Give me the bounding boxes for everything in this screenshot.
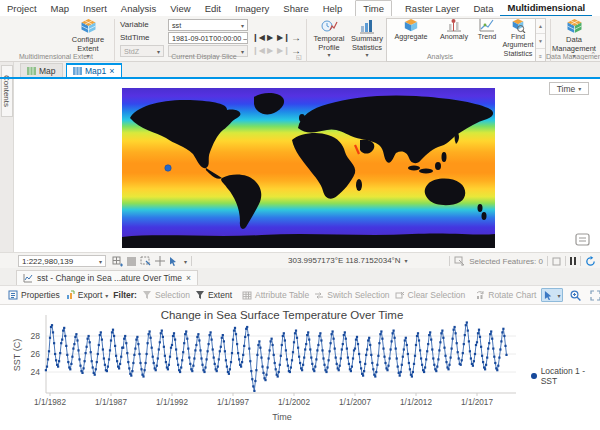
play-button[interactable]: ▶ [267,33,273,42]
map-icon [27,67,36,75]
find-argument-statistics-icon [510,18,526,33]
full-extent-button[interactable] [588,289,600,302]
data-management-cube-icon [565,18,584,35]
next-arrow-icon[interactable]: → [291,32,301,43]
selection-rectangle-icon[interactable] [140,256,151,266]
stdtime-label: StdTime [120,33,150,42]
funnel-icon [195,290,205,300]
trend-icon [479,18,495,33]
temporal-profile-button[interactable]: Temporal Profile ▾ [309,18,349,59]
find-argument-statistics-button[interactable]: Find Argument Statistics [500,18,536,58]
variable-combobox[interactable]: sst▾ [168,19,248,31]
scale-combobox[interactable]: 1:222,980,139▾ [18,255,106,267]
map-overlay-icon[interactable] [575,233,590,246]
tab-edit[interactable]: Edit [198,1,228,16]
chevron-down-icon: ▾ [327,52,330,59]
tab-raster-layer[interactable]: Raster Layer [398,1,466,16]
variable-label: Variable [120,20,149,29]
chart-tab[interactable]: sst - Change in Sea ...ature Over Time × [16,270,198,285]
crosshair-icon[interactable] [155,256,165,266]
step-forward-button[interactable]: ▶❙ [277,33,290,42]
full-extent-icon [590,290,600,301]
filter-extent-button[interactable]: Extent [195,290,232,300]
sst-raster-map[interactable] [122,88,495,248]
anomaly-button[interactable]: Anomaly [434,18,474,41]
select-features-icon [454,256,465,266]
map-status-bar: 1:222,980,139▾ ▾ 303.9957173°E 118.71520… [0,252,600,268]
tab-multidimensional[interactable]: Multidimensional [500,0,592,17]
aggregate-button[interactable]: Aggregate [390,18,432,41]
pause-drawing-button[interactable] [570,257,576,265]
trend-button[interactable]: Trend [472,18,502,41]
tab-view[interactable]: View [163,1,197,16]
gallery-scroll-up-icon[interactable]: ▲ [536,19,545,34]
chart-body[interactable]: 2426281/1/19821/1/19871/1/19921/1/19971/… [0,305,600,430]
rotate-chart-button[interactable]: Rotate Chart [475,290,536,300]
chevron-down-icon: ▾ [365,52,368,59]
chart-title: Change in Sea Surface Temperature Over T… [46,309,518,321]
clear-selection-icon [395,291,405,300]
close-icon[interactable]: × [186,273,191,283]
switch-selection-button[interactable]: Switch Selection [314,290,389,300]
export-button[interactable]: Export ▾ [65,290,109,300]
svg-text:28: 28 [31,331,41,341]
tab-analysis[interactable]: Analysis [114,1,163,16]
svg-text:24: 24 [31,367,41,377]
pointer-snap-icon[interactable] [169,256,180,266]
snapshot-icon[interactable] [552,257,561,266]
view-tab-map1[interactable]: Map1 × [66,63,122,78]
cube-icon [79,18,98,35]
tab-data[interactable]: Data [466,1,500,16]
rotate-chart-icon [475,291,485,300]
map-time-button[interactable]: Time▾ [549,82,589,95]
ribbon-collapse-icon[interactable]: ⌃ [590,51,596,59]
close-icon[interactable]: × [109,66,114,76]
chart-legend[interactable]: Location 1 - SST [531,366,600,386]
group-label-analysis: Analysis [380,53,500,60]
map-view[interactable]: Time▾ [14,79,600,252]
chevron-down-icon: ▾ [405,257,408,264]
tab-map[interactable]: Map [44,1,76,16]
square-swatch-icon[interactable] [127,257,136,266]
location-1-marker[interactable] [165,165,171,171]
table-icon [242,291,252,300]
legend-marker-icon [531,373,537,379]
chevron-down-icon: ▾ [578,85,581,92]
svg-text:1/1/2017: 1/1/2017 [461,398,493,407]
clear-selection-button[interactable]: Clear Selection [395,290,466,300]
zoom-in-tool-button[interactable] [568,289,583,302]
view-tab-map[interactable]: Map [20,63,63,78]
chevron-down-icon: ▾ [247,35,248,42]
stdtime-combobox[interactable]: 1981-09-01T00:00:00 –▾ [168,32,248,44]
tab-imagery[interactable]: Imagery [228,1,276,16]
tab-insert[interactable]: Insert [76,1,114,16]
filter-label: Filter: [113,290,137,300]
summary-statistics-icon [359,18,376,34]
tab-time[interactable]: Time [355,0,392,17]
properties-button[interactable]: Properties [8,290,60,300]
chart-tab-title: sst - Change in Sea ...ature Over Time [37,273,182,283]
chevron-down-icon: ▾ [99,258,102,265]
legend-label: Location 1 - SST [541,366,600,386]
chevron-down-icon: ▾ [241,22,244,29]
coordinates-readout[interactable]: 303.9957173°E 118.7152034°N▾ [288,256,408,265]
chevron-down-icon[interactable]: ▾ [184,258,187,265]
svg-text:1/1/1987: 1/1/1987 [95,398,127,407]
contents-pane-strip: Contents [0,62,14,252]
dialog-launcher-icon[interactable]: ◱ [296,53,302,60]
tab-share[interactable]: Share [276,1,315,16]
tab-help[interactable]: Help [316,1,350,16]
refresh-icon[interactable] [585,256,596,267]
svg-text:1/1/1992: 1/1/1992 [156,398,188,407]
chart-pointer-tool-button[interactable]: ▾ [541,288,563,302]
chevron-down-icon: ▾ [105,292,108,299]
step-back-button[interactable]: ❙◀ [252,33,265,42]
attribute-table-button[interactable]: Attribute Table [242,290,309,300]
gallery-scroll-down-icon[interactable]: ▼ [536,34,545,49]
grid-add-icon[interactable] [112,256,123,267]
gallery-scrollbar[interactable]: ▲▼≡ [536,18,546,62]
filter-selection-button[interactable]: Selection [142,290,190,300]
tab-project[interactable]: Project [0,1,44,16]
contents-pane-tab[interactable]: Contents [1,65,13,117]
selected-features-count[interactable]: Selected Features: 0 [469,257,543,266]
